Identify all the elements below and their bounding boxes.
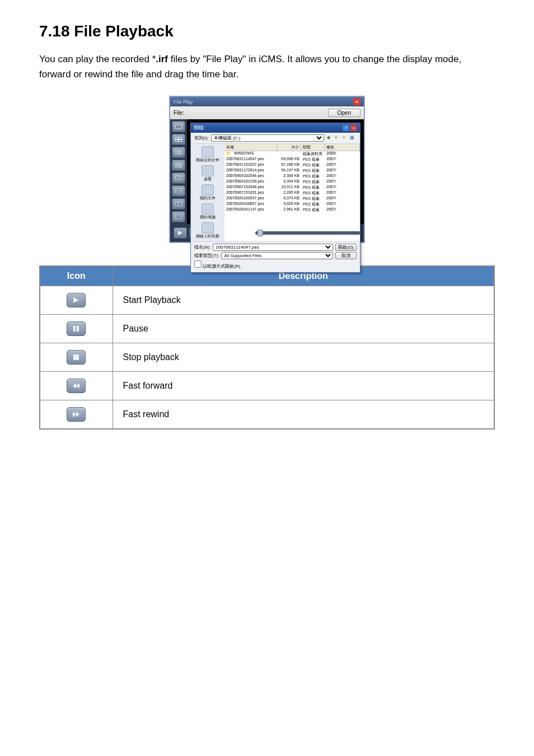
layout-a-button[interactable] <box>172 172 185 184</box>
svg-rect-34 <box>77 326 79 332</box>
col-size[interactable]: 大小 <box>278 144 301 151</box>
dialog-title-text: 開檔 <box>194 124 204 132</box>
dialog-close-icon[interactable]: × <box>350 125 357 131</box>
fileplay-title-text: File Play <box>174 99 193 105</box>
svg-marker-24 <box>178 231 182 235</box>
page-heading: 7.18 File Playback <box>39 22 495 40</box>
file-list[interactable]: 名稱 大小 類型 修改 📁 WINDOWS檔案資料夾2006/ 20070831… <box>224 144 360 241</box>
dialog-open-button[interactable]: 開啟(O) <box>335 244 357 251</box>
file-row-item[interactable]: 20070928161147.pes2,961 KBPES 檔案2007/ <box>224 207 360 213</box>
file-row-item[interactable]: 20070904102046.pes2,384 KBPES 檔案2007/ <box>224 174 360 179</box>
side-docs[interactable]: 我的文件 <box>200 184 216 201</box>
play-icon <box>67 293 86 307</box>
svg-rect-17 <box>175 176 182 180</box>
open-dialog: 開檔 ?× 查詢(I): 本機磁碟 (C:) ◀ ⬆ ✳ ▦ <box>190 123 360 273</box>
fast-forward-icon <box>67 379 86 393</box>
icon-description-table: Icon Description Start Playback Pause St… <box>39 265 495 430</box>
table-row: Fast forward <box>40 372 494 400</box>
file-row-item[interactable]: 20070904102150.pes9,394 KBPES 檔案2007/ <box>224 179 360 185</box>
left-toolbar <box>170 119 187 224</box>
dialog-sidebar: 我最近的文件 桌面 我的文件 我的電腦 網路上的芳鄰 <box>191 144 224 241</box>
side-network[interactable]: 網路上的芳鄰 <box>196 222 219 239</box>
layout-9-button[interactable] <box>172 147 185 158</box>
intro-bold: .irf <box>156 54 168 64</box>
layout-4-button[interactable] <box>172 134 185 145</box>
svg-marker-39 <box>76 412 79 417</box>
dialog-titlebar: 開檔 ?× <box>191 123 360 133</box>
drive-select[interactable]: 本機磁碟 (C:) <box>211 134 324 142</box>
layout-c-button[interactable] <box>172 198 185 209</box>
dialog-body: 我最近的文件 桌面 我的文件 我的電腦 網路上的芳鄰 名稱 大小 類型 修改 <box>191 144 360 241</box>
col-mod[interactable]: 修改 <box>325 144 360 151</box>
svg-marker-32 <box>73 297 79 303</box>
file-row-item[interactable]: 20070928160857.pes9,025 KBPES 檔案2007/ <box>224 202 360 207</box>
fileplay-titlebar: File Play × <box>170 97 364 106</box>
newfolder-icon[interactable]: ✳ <box>342 135 349 142</box>
table-row: Stop playback <box>40 343 494 372</box>
work-area: 開檔 ?× 查詢(I): 本機磁碟 (C:) ◀ ⬆ ✳ ▦ <box>170 119 364 224</box>
th-icon: Icon <box>40 266 113 286</box>
intro-pre: You can play the recorded * <box>39 54 156 64</box>
fast-rewind-icon <box>67 407 86 422</box>
filetype-select[interactable]: All Supported Files <box>221 252 333 259</box>
svg-rect-35 <box>73 354 79 360</box>
ctrl-play-button[interactable] <box>174 227 187 239</box>
open-button[interactable]: Open <box>328 109 360 117</box>
side-recent[interactable]: 我最近的文件 <box>196 146 219 163</box>
back-icon[interactable]: ◀ <box>326 135 333 142</box>
svg-marker-38 <box>73 412 76 417</box>
desc-stop: Stop playback <box>113 343 494 372</box>
file-list-header: 名稱 大小 類型 修改 <box>224 144 360 151</box>
video-viewer: 開檔 ?× 查詢(I): 本機磁碟 (C:) ◀ ⬆ ✳ ▦ <box>187 119 364 224</box>
desc-pause: Pause <box>113 315 494 343</box>
fileplay-window: File Play × File: Open 開檔 <box>169 96 365 243</box>
close-icon[interactable]: × <box>353 98 360 105</box>
lookin-row: 查詢(I): 本機磁碟 (C:) ◀ ⬆ ✳ ▦ <box>191 133 360 144</box>
svg-rect-4 <box>179 140 182 142</box>
lookin-label: 查詢(I): <box>194 135 209 141</box>
file-label: File: <box>174 110 184 116</box>
svg-rect-3 <box>175 140 179 142</box>
layout-1-button[interactable] <box>172 121 185 132</box>
svg-rect-33 <box>73 326 76 332</box>
up-icon[interactable]: ⬆ <box>334 135 341 142</box>
filetype-label: 檔案類型(T): <box>194 253 219 259</box>
pause-icon <box>67 321 86 336</box>
svg-rect-1 <box>175 137 179 139</box>
svg-marker-37 <box>76 383 79 389</box>
dialog-cancel-button[interactable]: 取消 <box>335 252 357 259</box>
table-row: Fast rewind <box>40 400 494 430</box>
time-slider[interactable] <box>255 231 360 235</box>
file-row-item[interactable]: 20070831151037.pes87,280 KBPES 檔案2007/ <box>224 162 360 168</box>
file-row-item[interactable]: 20070926160547.pes9,374 KBPES 檔案2007/ <box>224 196 360 202</box>
file-row: File: Open <box>170 106 364 119</box>
side-computer[interactable]: 我的電腦 <box>200 203 216 220</box>
layout-16-button[interactable] <box>172 160 185 171</box>
svg-rect-2 <box>179 137 182 139</box>
side-desktop[interactable]: 桌面 <box>202 165 214 182</box>
folder-row[interactable]: 📁 WINDOWS檔案資料夾2006/ <box>224 151 360 157</box>
desc-fr: Fast rewind <box>113 400 494 430</box>
file-row-item[interactable]: 20070831172814.pes96,197 KBPES 檔案2007/ <box>224 168 360 174</box>
stop-icon <box>67 350 86 365</box>
file-row-item[interactable]: 20070907153201.pes2,285 KBPES 檔案2007/ <box>224 190 360 196</box>
svg-rect-5 <box>175 150 182 155</box>
filename-label: 檔名(N): <box>194 244 210 250</box>
slider-thumb[interactable] <box>257 230 263 236</box>
filename-select[interactable]: 20070831114047.pes <box>213 244 333 251</box>
svg-rect-23 <box>175 214 182 219</box>
desc-ff: Fast forward <box>113 372 494 400</box>
col-type[interactable]: 類型 <box>301 144 325 151</box>
desc-play: Start Playback <box>113 286 494 315</box>
screenshot-container: File Play × File: Open 開檔 <box>39 96 495 243</box>
view-icon[interactable]: ▦ <box>350 135 357 142</box>
file-row-item[interactable]: 20070831114047.pes69,090 KBPES 檔案2007/ <box>224 157 360 162</box>
file-row-item[interactable]: 20070907152048.pes10,911 KBPES 檔案2007/ <box>224 185 360 190</box>
layout-b-button[interactable] <box>172 185 185 197</box>
svg-rect-18 <box>175 176 180 179</box>
layout-d-button[interactable] <box>172 211 185 222</box>
help-icon[interactable]: ? <box>343 125 349 131</box>
readonly-checkbox[interactable]: 以唯讀方式開啟(R) <box>194 260 240 269</box>
svg-rect-0 <box>175 124 182 129</box>
col-name[interactable]: 名稱 <box>224 144 278 151</box>
